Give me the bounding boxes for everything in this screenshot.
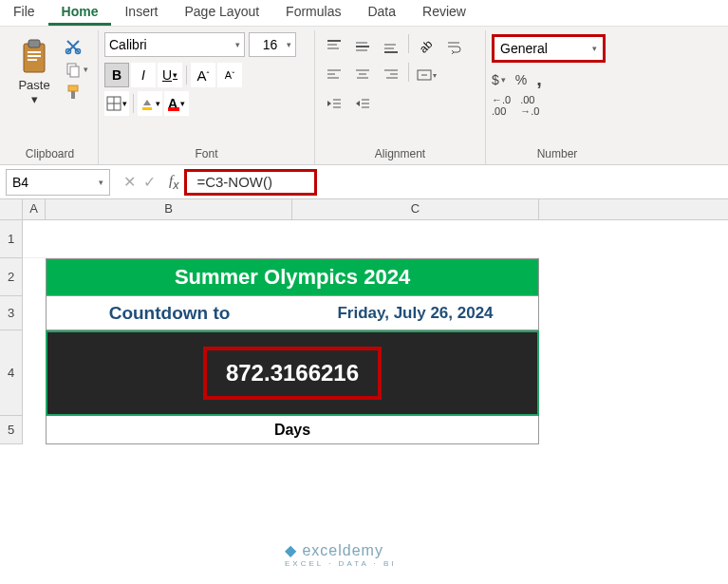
- borders-button[interactable]: ▾: [104, 91, 129, 116]
- merge-center-button[interactable]: ▾: [413, 63, 439, 87]
- format-painter-button[interactable]: [65, 84, 88, 101]
- fill-color-button[interactable]: ▾: [138, 91, 162, 116]
- svg-rect-10: [71, 91, 75, 99]
- svg-rect-4: [28, 59, 37, 61]
- empty-row-1[interactable]: [23, 220, 539, 258]
- tab-page-layout[interactable]: Page Layout: [171, 0, 272, 26]
- shrink-font-button[interactable]: Aˇ: [217, 63, 242, 87]
- row-header-2[interactable]: 2: [0, 258, 23, 296]
- row-header-4[interactable]: 4: [0, 330, 23, 416]
- group-font: Calibri▾ 16▾ B I U▾ Aˆ Aˇ ▾ ▾ A▾ Font: [99, 30, 315, 164]
- percent-format-button[interactable]: %: [515, 72, 527, 87]
- select-all-corner[interactable]: [0, 199, 23, 219]
- row-header-5[interactable]: 5: [0, 416, 23, 444]
- comma-format-button[interactable]: ,: [536, 68, 542, 90]
- align-left-button[interactable]: [321, 63, 347, 87]
- tab-insert[interactable]: Insert: [111, 0, 171, 26]
- svg-rect-15: [168, 107, 179, 111]
- paste-dropdown-icon[interactable]: ▾: [31, 92, 38, 106]
- align-right-button[interactable]: [378, 63, 404, 87]
- italic-button[interactable]: I: [131, 63, 156, 87]
- group-label-clipboard: Clipboard: [8, 143, 92, 162]
- align-middle-button[interactable]: [349, 34, 376, 59]
- ribbon: Paste ▾ ▾ Clipboard Calibri▾ 16▾ B I U▾ …: [0, 27, 728, 165]
- col-header-A[interactable]: A: [23, 199, 46, 219]
- tab-formulas[interactable]: Formulas: [272, 0, 354, 26]
- wrap-text-button[interactable]: [441, 34, 468, 59]
- target-date-cell[interactable]: Friday, July 26, 2024: [292, 296, 538, 330]
- group-number: General▾ $ ▾ % , ←.0.00 .00→.0 Number: [486, 30, 628, 164]
- name-box[interactable]: B4▾: [6, 169, 110, 196]
- tab-file[interactable]: File: [0, 0, 48, 26]
- align-center-button[interactable]: [349, 63, 376, 87]
- fx-icon[interactable]: fx: [163, 173, 184, 192]
- group-label-alignment: Alignment: [321, 143, 479, 162]
- font-size-select[interactable]: 16▾: [249, 32, 296, 57]
- svg-rect-1: [28, 40, 40, 47]
- svg-rect-9: [68, 85, 78, 91]
- col-header-B[interactable]: B: [46, 199, 292, 219]
- font-name-select[interactable]: Calibri▾: [104, 32, 245, 57]
- underline-button[interactable]: U▾: [158, 63, 182, 87]
- increase-indent-button[interactable]: [349, 91, 376, 116]
- group-clipboard: Paste ▾ ▾ Clipboard: [2, 30, 99, 164]
- countdown-value-cell[interactable]: 872.3166216: [46, 330, 539, 416]
- svg-rect-3: [28, 55, 41, 57]
- formula-bar: B4▾ ✕ ✓ fx =C3-NOW(): [0, 165, 728, 199]
- col-header-C[interactable]: C: [292, 199, 539, 219]
- copy-button[interactable]: ▾: [65, 61, 88, 78]
- countdown-value-highlight: 872.3166216: [203, 347, 382, 400]
- font-color-button[interactable]: A▾: [164, 91, 189, 116]
- align-top-button[interactable]: [321, 34, 347, 59]
- group-label-font: Font: [104, 143, 308, 162]
- unit-cell[interactable]: Days: [46, 416, 539, 444]
- increase-decimal-button[interactable]: ←.0.00: [492, 94, 511, 117]
- countdown-label-cell[interactable]: Countdown to: [47, 296, 292, 330]
- tab-review[interactable]: Review: [409, 0, 479, 26]
- decrease-decimal-button[interactable]: .00→.0: [520, 94, 539, 117]
- cancel-formula-icon[interactable]: ✕: [123, 173, 136, 191]
- number-format-select[interactable]: General▾: [492, 34, 606, 63]
- accounting-format-button[interactable]: $ ▾: [492, 72, 506, 87]
- tab-home[interactable]: Home: [48, 0, 112, 26]
- svg-rect-8: [70, 66, 79, 77]
- row-header-1[interactable]: 1: [0, 220, 23, 258]
- grow-font-button[interactable]: Aˆ: [191, 63, 215, 87]
- svg-rect-2: [28, 51, 41, 53]
- watermark: ◆ exceldemy EXCEL · DATA · BI: [285, 541, 397, 568]
- paste-label: Paste: [18, 78, 49, 92]
- align-bottom-button[interactable]: [378, 34, 404, 59]
- group-alignment: ab ▾ Alignment: [315, 30, 486, 164]
- row-header-3[interactable]: 3: [0, 296, 23, 330]
- paste-button[interactable]: Paste ▾: [8, 32, 61, 106]
- bold-button[interactable]: B: [104, 63, 129, 87]
- cut-button[interactable]: [65, 38, 88, 55]
- orientation-button[interactable]: ab: [413, 34, 439, 59]
- decrease-indent-button[interactable]: [321, 91, 347, 116]
- title-cell[interactable]: Summer Olympics 2024: [46, 258, 539, 296]
- svg-rect-14: [142, 107, 152, 110]
- tab-data[interactable]: Data: [354, 0, 409, 26]
- worksheet-grid: A B C 1 2 3 4 5 Summer Olympics 2024 Cou…: [0, 199, 728, 444]
- group-label-number: Number: [492, 143, 623, 162]
- formula-input[interactable]: =C3-NOW(): [184, 169, 317, 196]
- accept-formula-icon[interactable]: ✓: [143, 173, 156, 191]
